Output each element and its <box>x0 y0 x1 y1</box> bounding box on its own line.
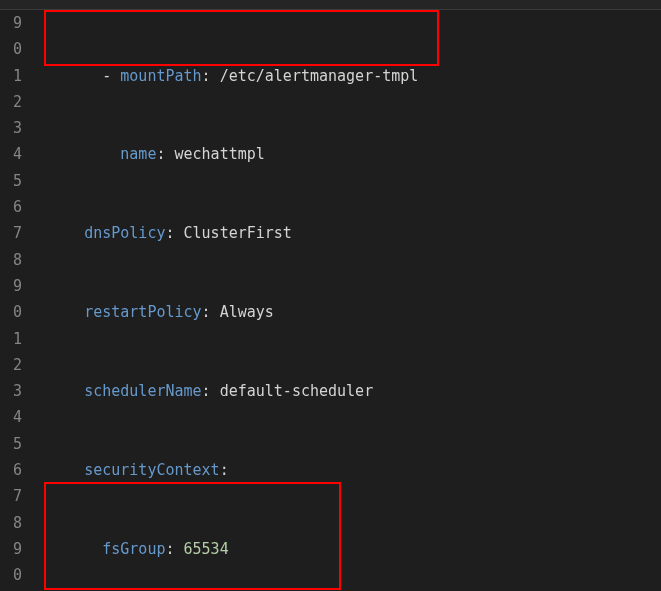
yaml-value: default-scheduler <box>220 382 374 400</box>
line-number: 4 <box>0 404 22 430</box>
code-line[interactable]: - mountPath: /etc/alertmanager-tmpl <box>30 63 661 89</box>
code-line[interactable]: name: wechattmpl <box>30 141 661 167</box>
yaml-key: restartPolicy <box>84 303 201 321</box>
line-number: 0 <box>0 299 22 325</box>
indent <box>30 540 102 558</box>
indent <box>30 145 120 163</box>
yaml-key: fsGroup <box>102 540 165 558</box>
line-number: 6 <box>0 457 22 483</box>
line-number: 4 <box>0 141 22 167</box>
line-number: 6 <box>0 194 22 220</box>
line-number: 1 <box>0 63 22 89</box>
code-line[interactable]: dnsPolicy: ClusterFirst <box>30 220 661 246</box>
indent <box>30 461 84 479</box>
yaml-value: wechattmpl <box>175 145 265 163</box>
code-line[interactable]: fsGroup: 65534 <box>30 536 661 562</box>
yaml-key: schedulerName <box>84 382 201 400</box>
tab-bar <box>0 0 661 10</box>
line-number: 1 <box>0 326 22 352</box>
code-line[interactable]: securityContext: <box>30 457 661 483</box>
code-line[interactable]: restartPolicy: Always <box>30 299 661 325</box>
yaml-value: /etc/alertmanager-tmpl <box>220 67 419 85</box>
line-number: 8 <box>0 247 22 273</box>
line-number: 0 <box>0 36 22 62</box>
line-number: 7 <box>0 483 22 509</box>
line-number: 3 <box>0 378 22 404</box>
line-number: 7 <box>0 220 22 246</box>
line-number: 9 <box>0 273 22 299</box>
yaml-key: securityContext <box>84 461 219 479</box>
line-number: 8 <box>0 510 22 536</box>
indent <box>30 382 84 400</box>
indent <box>30 224 84 242</box>
yaml-key: mountPath <box>120 67 201 85</box>
yaml-key: dnsPolicy <box>84 224 165 242</box>
yaml-key: name <box>120 145 156 163</box>
dash: - <box>102 67 120 85</box>
line-number: 2 <box>0 89 22 115</box>
yaml-value: Always <box>220 303 274 321</box>
line-number: 9 <box>0 536 22 562</box>
indent <box>30 67 102 85</box>
yaml-value: ClusterFirst <box>184 224 292 242</box>
code-line[interactable]: schedulerName: default-scheduler <box>30 378 661 404</box>
line-number: 5 <box>0 168 22 194</box>
line-number-gutter: 9 0 1 2 3 4 5 6 7 8 9 0 1 2 3 4 5 6 7 8 … <box>0 10 30 591</box>
line-number: 0 <box>0 562 22 588</box>
line-number: 2 <box>0 352 22 378</box>
code-editor[interactable]: 9 0 1 2 3 4 5 6 7 8 9 0 1 2 3 4 5 6 7 8 … <box>0 10 661 591</box>
code-area[interactable]: - mountPath: /etc/alertmanager-tmpl name… <box>30 10 661 591</box>
line-number: 3 <box>0 115 22 141</box>
indent <box>30 303 84 321</box>
line-number: 5 <box>0 431 22 457</box>
line-number: 9 <box>0 10 22 36</box>
yaml-number: 65534 <box>184 540 229 558</box>
